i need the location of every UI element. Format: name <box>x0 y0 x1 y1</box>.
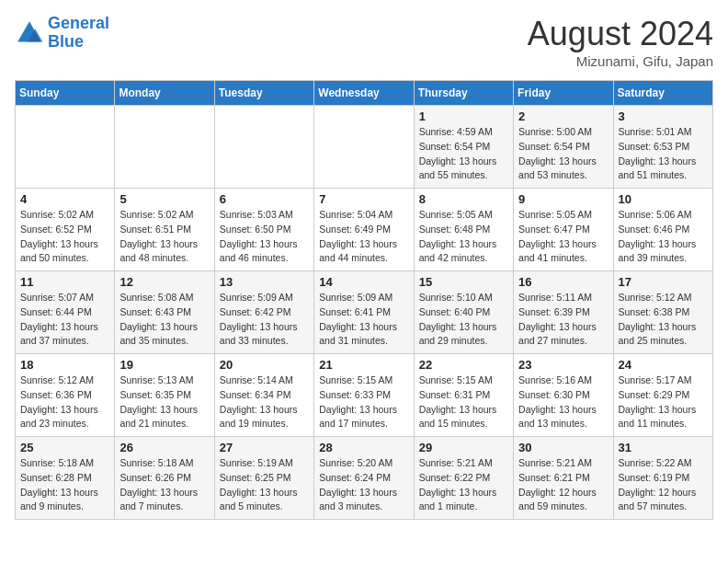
calendar-cell: 9Sunrise: 5:05 AMSunset: 6:47 PMDaylight… <box>514 189 613 271</box>
day-info: Sunrise: 5:02 AMSunset: 6:52 PMDaylight:… <box>20 208 109 266</box>
day-info: Sunrise: 5:18 AMSunset: 6:26 PMDaylight:… <box>119 456 209 514</box>
weekday-header-thursday: Thursday <box>414 81 513 106</box>
day-info: Sunrise: 4:59 AMSunset: 6:54 PMDaylight:… <box>419 125 508 183</box>
day-info: Sunrise: 5:03 AMSunset: 6:50 PMDaylight:… <box>220 208 309 266</box>
calendar-cell: 24Sunrise: 5:17 AMSunset: 6:29 PMDayligh… <box>613 354 712 437</box>
day-info: Sunrise: 5:05 AMSunset: 6:47 PMDaylight:… <box>518 208 608 266</box>
calendar-cell: 3Sunrise: 5:01 AMSunset: 6:53 PMDaylight… <box>613 106 712 189</box>
day-info: Sunrise: 5:22 AMSunset: 6:19 PMDaylight:… <box>619 456 708 514</box>
day-number: 31 <box>619 441 708 454</box>
day-info: Sunrise: 5:21 AMSunset: 6:21 PMDaylight:… <box>518 456 608 514</box>
weekday-header-sunday: Sunday <box>16 81 115 106</box>
day-number: 1 <box>419 109 508 123</box>
logo-line1: General <box>48 14 109 32</box>
weekday-header-monday: Monday <box>115 81 214 106</box>
day-info: Sunrise: 5:08 AMSunset: 6:43 PMDaylight:… <box>119 291 209 349</box>
day-number: 16 <box>518 275 608 289</box>
day-number: 19 <box>119 358 209 372</box>
day-info: Sunrise: 5:02 AMSunset: 6:51 PMDaylight:… <box>119 208 209 266</box>
calendar-cell: 6Sunrise: 5:03 AMSunset: 6:50 PMDaylight… <box>214 189 313 271</box>
day-info: Sunrise: 5:15 AMSunset: 6:33 PMDaylight:… <box>319 373 408 431</box>
calendar-cell <box>16 106 115 189</box>
calendar-cell <box>314 106 414 189</box>
day-info: Sunrise: 5:17 AMSunset: 6:29 PMDaylight:… <box>619 373 708 431</box>
calendar-cell: 21Sunrise: 5:15 AMSunset: 6:33 PMDayligh… <box>314 354 414 437</box>
calendar-week-1: 1Sunrise: 4:59 AMSunset: 6:54 PMDaylight… <box>16 106 713 189</box>
day-info: Sunrise: 5:18 AMSunset: 6:28 PMDaylight:… <box>20 456 109 514</box>
day-number: 12 <box>119 275 209 289</box>
day-number: 7 <box>319 192 408 206</box>
calendar-cell: 10Sunrise: 5:06 AMSunset: 6:46 PMDayligh… <box>613 189 712 271</box>
day-number: 25 <box>20 441 109 454</box>
calendar-cell: 1Sunrise: 4:59 AMSunset: 6:54 PMDaylight… <box>414 106 513 189</box>
calendar-cell: 13Sunrise: 5:09 AMSunset: 6:42 PMDayligh… <box>214 271 313 354</box>
calendar-cell: 8Sunrise: 5:05 AMSunset: 6:48 PMDaylight… <box>414 189 513 271</box>
day-info: Sunrise: 5:00 AMSunset: 6:54 PMDaylight:… <box>518 125 608 183</box>
calendar-cell: 29Sunrise: 5:21 AMSunset: 6:22 PMDayligh… <box>414 437 513 520</box>
weekday-header-friday: Friday <box>514 81 613 106</box>
day-number: 20 <box>220 358 309 372</box>
page-header: General Blue August 2024 Mizunami, Gifu,… <box>15 15 713 69</box>
calendar-cell: 2Sunrise: 5:00 AMSunset: 6:54 PMDaylight… <box>514 106 613 189</box>
day-number: 13 <box>220 275 309 289</box>
day-number: 6 <box>220 192 309 206</box>
location-subtitle: Mizunami, Gifu, Japan <box>528 53 713 69</box>
day-number: 23 <box>518 358 608 372</box>
day-info: Sunrise: 5:05 AMSunset: 6:48 PMDaylight:… <box>419 208 508 266</box>
calendar-cell: 17Sunrise: 5:12 AMSunset: 6:38 PMDayligh… <box>613 271 712 354</box>
day-number: 14 <box>319 275 408 289</box>
calendar-cell: 11Sunrise: 5:07 AMSunset: 6:44 PMDayligh… <box>16 271 115 354</box>
calendar-cell: 5Sunrise: 5:02 AMSunset: 6:51 PMDaylight… <box>115 189 214 271</box>
day-number: 18 <box>20 358 109 372</box>
day-number: 2 <box>518 109 608 123</box>
day-info: Sunrise: 5:16 AMSunset: 6:30 PMDaylight:… <box>518 373 608 431</box>
calendar-week-2: 4Sunrise: 5:02 AMSunset: 6:52 PMDaylight… <box>16 189 713 271</box>
calendar-cell: 26Sunrise: 5:18 AMSunset: 6:26 PMDayligh… <box>115 437 214 520</box>
day-info: Sunrise: 5:14 AMSunset: 6:34 PMDaylight:… <box>220 373 309 431</box>
day-info: Sunrise: 5:15 AMSunset: 6:31 PMDaylight:… <box>419 373 508 431</box>
logo-line2: Blue <box>48 32 84 51</box>
calendar-week-3: 11Sunrise: 5:07 AMSunset: 6:44 PMDayligh… <box>16 271 713 354</box>
day-number: 22 <box>419 358 508 372</box>
day-info: Sunrise: 5:12 AMSunset: 6:36 PMDaylight:… <box>20 373 109 431</box>
day-info: Sunrise: 5:10 AMSunset: 6:40 PMDaylight:… <box>419 291 508 349</box>
day-number: 17 <box>619 275 708 289</box>
calendar-week-5: 25Sunrise: 5:18 AMSunset: 6:28 PMDayligh… <box>16 437 713 520</box>
calendar-cell: 19Sunrise: 5:13 AMSunset: 6:35 PMDayligh… <box>115 354 214 437</box>
day-info: Sunrise: 5:09 AMSunset: 6:41 PMDaylight:… <box>319 291 408 349</box>
calendar-cell: 30Sunrise: 5:21 AMSunset: 6:21 PMDayligh… <box>514 437 613 520</box>
calendar-week-4: 18Sunrise: 5:12 AMSunset: 6:36 PMDayligh… <box>16 354 713 437</box>
calendar-cell <box>214 106 313 189</box>
day-info: Sunrise: 5:20 AMSunset: 6:24 PMDaylight:… <box>319 456 408 514</box>
calendar-cell: 4Sunrise: 5:02 AMSunset: 6:52 PMDaylight… <box>16 189 115 271</box>
calendar-cell: 25Sunrise: 5:18 AMSunset: 6:28 PMDayligh… <box>16 437 115 520</box>
day-info: Sunrise: 5:11 AMSunset: 6:39 PMDaylight:… <box>518 291 608 349</box>
calendar-cell <box>115 106 214 189</box>
calendar-cell: 20Sunrise: 5:14 AMSunset: 6:34 PMDayligh… <box>214 354 313 437</box>
day-number: 27 <box>220 441 309 454</box>
day-number: 28 <box>319 441 408 454</box>
day-number: 10 <box>619 192 708 206</box>
day-info: Sunrise: 5:09 AMSunset: 6:42 PMDaylight:… <box>220 291 309 349</box>
calendar-cell: 14Sunrise: 5:09 AMSunset: 6:41 PMDayligh… <box>314 271 414 354</box>
day-info: Sunrise: 5:12 AMSunset: 6:38 PMDaylight:… <box>619 291 708 349</box>
logo: General Blue <box>15 15 109 52</box>
calendar-cell: 16Sunrise: 5:11 AMSunset: 6:39 PMDayligh… <box>514 271 613 354</box>
month-title: August 2024 <box>528 15 713 53</box>
logo-icon <box>15 18 44 48</box>
calendar-cell: 15Sunrise: 5:10 AMSunset: 6:40 PMDayligh… <box>414 271 513 354</box>
weekday-header-tuesday: Tuesday <box>214 81 313 106</box>
day-info: Sunrise: 5:19 AMSunset: 6:25 PMDaylight:… <box>220 456 309 514</box>
day-number: 15 <box>419 275 508 289</box>
title-block: August 2024 Mizunami, Gifu, Japan <box>528 15 713 69</box>
day-number: 5 <box>119 192 209 206</box>
calendar-cell: 27Sunrise: 5:19 AMSunset: 6:25 PMDayligh… <box>214 437 313 520</box>
calendar-table: SundayMondayTuesdayWednesdayThursdayFrid… <box>15 80 713 520</box>
calendar-cell: 31Sunrise: 5:22 AMSunset: 6:19 PMDayligh… <box>613 437 712 520</box>
day-info: Sunrise: 5:13 AMSunset: 6:35 PMDaylight:… <box>119 373 209 431</box>
day-info: Sunrise: 5:06 AMSunset: 6:46 PMDaylight:… <box>619 208 708 266</box>
weekday-header-wednesday: Wednesday <box>314 81 414 106</box>
day-info: Sunrise: 5:01 AMSunset: 6:53 PMDaylight:… <box>619 125 708 183</box>
day-number: 21 <box>319 358 408 372</box>
calendar-cell: 22Sunrise: 5:15 AMSunset: 6:31 PMDayligh… <box>414 354 513 437</box>
